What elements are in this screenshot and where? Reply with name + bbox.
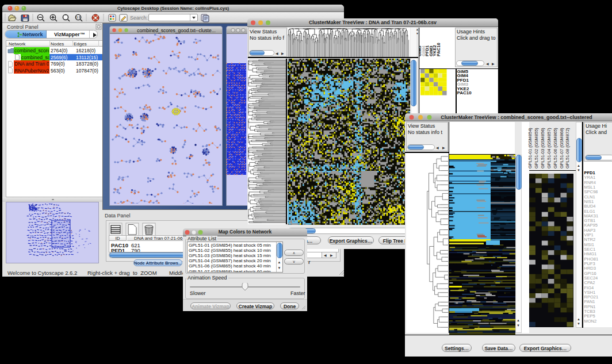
- svg-text:GPL51-02 (GSM855): GPL51-02 (GSM855): [534, 128, 539, 168]
- svg-text:GPL51-06 (GSM865): GPL51-06 (GSM865): [553, 128, 558, 168]
- svg-text:GPL51-07 (GSM868): GPL51-07 (GSM868): [559, 128, 564, 168]
- svg-text:PAC10: PAC10: [436, 43, 441, 56]
- svg-text:GPL51-04 (GSM857): GPL51-04 (GSM857): [546, 128, 552, 168]
- svg-text:GPL51-01 (GSM854): GPL51-01 (GSM854): [527, 128, 533, 168]
- svg-text:GPL51-03 (GSM856): GPL51-03 (GSM856): [540, 128, 545, 168]
- svg-text:GPL51-08 (GSM872): GPL51-08 (GSM872): [565, 128, 570, 168]
